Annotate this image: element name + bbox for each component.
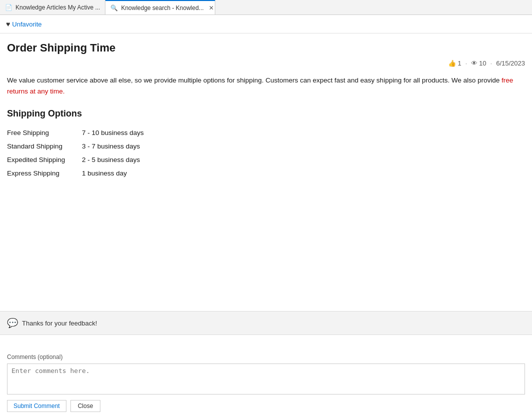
shipping-row-expedited: Expedited Shipping 2 - 5 business days <box>7 153 525 166</box>
shipping-option-free: Free Shipping <box>7 126 82 140</box>
highlight-text: free returns at any time. <box>7 76 513 95</box>
tab-bar: 📄 Knowledge Articles My Active ... 🔍 Kno… <box>0 0 532 15</box>
unfavorite-link[interactable]: ♥ Unfavorite <box>6 20 42 28</box>
like-icon: 👍 <box>448 60 456 67</box>
shipping-row-express: Express Shipping 1 business day <box>7 166 525 180</box>
feedback-text: Thanks for your feedback! <box>22 320 97 327</box>
main-wrapper: 📄 Knowledge Articles My Active ... 🔍 Kno… <box>0 0 532 419</box>
submit-comment-button[interactable]: Submit Comment <box>7 400 66 412</box>
feedback-bar: 💬 Thanks for your feedback! <box>0 311 532 335</box>
meta-likes: 👍 1 <box>448 60 461 67</box>
article-date: 6/15/2023 <box>496 60 525 67</box>
tab-knowledge-articles-label: Knowledge Articles My Active ... <box>15 4 100 11</box>
tab-close-icon[interactable]: ✕ <box>209 4 214 12</box>
article-content: Order Shipping Time 👍 1 · 👁 10 · 6/15/20… <box>0 34 532 188</box>
heart-icon: ♥ <box>6 20 10 28</box>
tab-knowledge-search-label: Knowledge search - Knowled... <box>121 4 203 12</box>
comments-textarea[interactable] <box>7 364 525 394</box>
tab-knowledge-search-icon: 🔍 <box>110 4 118 12</box>
comments-label: Comments (optional) <box>7 354 525 360</box>
feedback-icon: 💬 <box>7 318 18 328</box>
view-icon: 👁 <box>471 60 478 67</box>
shipping-row-free: Free Shipping 7 - 10 business days <box>7 126 525 140</box>
shipping-time-standard: 3 - 7 business days <box>82 140 140 153</box>
article-title: Order Shipping Time <box>7 42 525 54</box>
shipping-option-expedited: Expedited Shipping <box>7 153 82 166</box>
article-meta: 👍 1 · 👁 10 · 6/15/2023 <box>7 60 525 67</box>
tab-knowledge-search[interactable]: 🔍 Knowledge search - Knowled... ✕ <box>105 0 215 14</box>
shipping-row-standard: Standard Shipping 3 - 7 business days <box>7 140 525 153</box>
comments-actions: Submit Comment Close <box>7 400 525 412</box>
meta-sep-2: · <box>491 60 493 67</box>
article-body: We value customer service above all else… <box>7 75 525 96</box>
shipping-table: Free Shipping 7 - 10 business days Stand… <box>7 126 525 180</box>
likes-count: 1 <box>458 60 461 67</box>
unfavorite-bar: ♥ Unfavorite <box>0 15 532 34</box>
shipping-options-title: Shipping Options <box>7 108 525 119</box>
comments-section: Comments (optional) Submit Comment Close <box>0 348 532 419</box>
close-button[interactable]: Close <box>70 400 101 412</box>
tab-knowledge-articles-icon: 📄 <box>5 4 12 11</box>
shipping-time-free: 7 - 10 business days <box>82 126 144 140</box>
tab-knowledge-articles[interactable]: 📄 Knowledge Articles My Active ... <box>0 0 105 14</box>
shipping-time-express: 1 business day <box>82 166 127 180</box>
shipping-option-standard: Standard Shipping <box>7 140 82 153</box>
meta-sep-1: · <box>465 60 467 67</box>
shipping-option-express: Express Shipping <box>7 166 82 180</box>
meta-views: 👁 10 <box>471 60 486 67</box>
unfavorite-label: Unfavorite <box>12 20 41 28</box>
article-body-text: We value customer service above all else… <box>7 75 525 96</box>
views-count: 10 <box>479 60 486 67</box>
shipping-time-expedited: 2 - 5 business days <box>82 153 140 166</box>
